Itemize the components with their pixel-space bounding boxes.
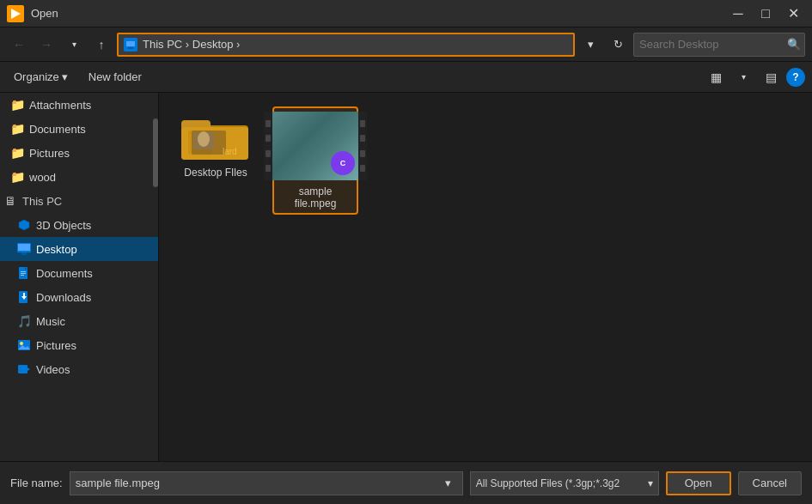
- sidebar-item-documents-quick[interactable]: 📁 Documents: [0, 117, 158, 141]
- new-folder-button[interactable]: New folder: [82, 67, 149, 87]
- filename-input-container: ▾: [70, 471, 463, 495]
- canva-badge: C: [331, 151, 355, 175]
- sidebar-item-pictures-quick[interactable]: 📁 Pictures: [0, 141, 158, 165]
- refresh-button[interactable]: ↻: [606, 33, 630, 57]
- sidebar-item-label: Attachments: [29, 99, 91, 112]
- view-grid-button[interactable]: ▦: [704, 65, 728, 89]
- sidebar-this-pc-header: 🖥 This PC: [0, 189, 158, 213]
- file-name: sample file.mpeg: [278, 185, 353, 209]
- svg-rect-13: [21, 275, 24, 276]
- recent-locations-button[interactable]: ▾: [62, 33, 86, 57]
- downloads-icon: [17, 290, 31, 304]
- sidebar: 📁 Attachments 📁 Documents 📁 Pictures 📁 w…: [0, 93, 159, 461]
- app-icon: [7, 5, 24, 22]
- filmstrip-right: [358, 112, 367, 180]
- sidebar-item-pictures[interactable]: Pictures: [0, 333, 158, 357]
- 3d-objects-icon: [17, 218, 31, 232]
- bottom-bar: File name: ▾ All Supported Files (*.3gp;…: [0, 461, 812, 504]
- documents-icon: [17, 266, 31, 280]
- sidebar-item-downloads[interactable]: Downloads: [0, 285, 158, 309]
- sidebar-scrollbar: [153, 93, 158, 461]
- view-dropdown-button[interactable]: ▾: [731, 65, 755, 89]
- videos-icon: [17, 362, 31, 376]
- sidebar-item-label: wood: [29, 171, 56, 184]
- film-hole: [360, 135, 365, 142]
- minimize-button[interactable]: ─: [726, 2, 750, 26]
- svg-point-28: [198, 131, 210, 147]
- svg-marker-21: [27, 367, 30, 371]
- filetype-dropdown-icon: ▾: [648, 477, 653, 489]
- organize-button[interactable]: Organize ▾: [7, 67, 75, 87]
- video-thumbnail: C: [264, 112, 367, 180]
- back-button[interactable]: ←: [7, 33, 31, 57]
- filename-input[interactable]: [76, 477, 440, 489]
- sidebar-item-label: 3D Objects: [36, 219, 91, 232]
- view-list-button[interactable]: ▤: [759, 65, 783, 89]
- list-item[interactable]: lard Desktop FIles: [173, 106, 259, 215]
- svg-rect-3: [128, 47, 133, 49]
- sidebar-item-label: Videos: [36, 363, 70, 376]
- search-input[interactable]: [639, 38, 784, 51]
- svg-rect-4: [126, 41, 135, 46]
- title-bar-controls: ─ □ ✕: [726, 2, 805, 26]
- film-hole: [266, 120, 271, 127]
- sidebar-item-label: Desktop: [36, 243, 77, 256]
- sidebar-item-3d-objects[interactable]: 3D Objects: [0, 213, 158, 237]
- svg-marker-5: [19, 220, 29, 230]
- help-button[interactable]: ?: [786, 68, 805, 87]
- filetype-dropdown[interactable]: All Supported Files (*.3gp;*.3g2 ▾: [470, 471, 659, 495]
- search-box: 🔍: [633, 33, 805, 57]
- film-hole: [266, 135, 271, 142]
- music-icon: 🎵: [17, 314, 31, 328]
- filename-dropdown-button[interactable]: ▾: [440, 472, 457, 495]
- file-area: lard Desktop FIles: [159, 93, 812, 461]
- svg-rect-20: [18, 365, 27, 373]
- sidebar-item-music[interactable]: 🎵 Music: [0, 309, 158, 333]
- open-button[interactable]: Open: [666, 471, 731, 495]
- organize-toolbar: Organize ▾ New folder ▦ ▾ ▤ ?: [0, 62, 812, 93]
- folder-icon: 📁: [10, 170, 24, 184]
- film-hole: [360, 165, 365, 172]
- folder-icon: 📁: [10, 98, 24, 112]
- address-bar[interactable]: This PC › Desktop ›: [117, 33, 575, 57]
- sidebar-item-videos[interactable]: Videos: [0, 357, 158, 381]
- maximize-button[interactable]: □: [754, 2, 778, 26]
- title-bar: Open ─ □ ✕: [0, 0, 812, 27]
- close-button[interactable]: ✕: [781, 2, 805, 26]
- list-item[interactable]: C sample file.mpeg: [272, 106, 358, 215]
- sidebar-downloads-label: Downloads: [36, 291, 91, 304]
- forward-button[interactable]: →: [34, 33, 58, 57]
- view-controls: ▦ ▾ ▤ ?: [704, 65, 805, 89]
- svg-text:lard: lard: [223, 147, 237, 156]
- sidebar-scroll: 📁 Attachments 📁 Documents 📁 Pictures 📁 w…: [0, 93, 158, 461]
- sidebar-item-label: Music: [36, 315, 65, 328]
- svg-rect-7: [21, 252, 27, 255]
- sidebar-item-label: Pictures: [29, 147, 70, 160]
- svg-point-18: [20, 342, 23, 345]
- film-hole: [266, 150, 271, 157]
- address-toolbar: ← → ▾ ↑ This PC › Desktop › ▾ ↻ 🔍: [0, 27, 812, 62]
- desktop-icon: [17, 242, 31, 256]
- sidebar-item-attachments[interactable]: 📁 Attachments: [0, 93, 158, 117]
- cancel-button[interactable]: Cancel: [738, 471, 802, 495]
- sidebar-section-label: This PC: [22, 195, 62, 208]
- organize-dropdown-icon: ▾: [62, 70, 68, 83]
- folder-icon: lard: [181, 110, 250, 161]
- file-name: Desktop FIles: [184, 167, 247, 179]
- sidebar-item-desktop[interactable]: Desktop: [0, 237, 158, 261]
- folder-icon: 📁: [10, 146, 24, 160]
- sidebar-item-label: Documents: [36, 267, 93, 280]
- address-text: This PC › Desktop ›: [143, 38, 568, 51]
- sidebar-item-wood[interactable]: 📁 wood: [0, 165, 158, 189]
- sidebar-item-label: Documents: [29, 123, 86, 136]
- title-bar-text: Open: [31, 7, 726, 20]
- address-dropdown-button[interactable]: ▾: [578, 33, 602, 57]
- organize-label: Organize: [14, 70, 59, 83]
- up-button[interactable]: ↑: [89, 33, 113, 57]
- filmstrip-left: [264, 112, 272, 180]
- film-hole: [360, 150, 365, 157]
- filetype-label: All Supported Files (*.3gp;*.3g2: [476, 477, 620, 489]
- sidebar-item-documents[interactable]: Documents: [0, 261, 158, 285]
- sidebar-scrollbar-thumb[interactable]: [153, 118, 158, 187]
- film-hole: [360, 120, 365, 127]
